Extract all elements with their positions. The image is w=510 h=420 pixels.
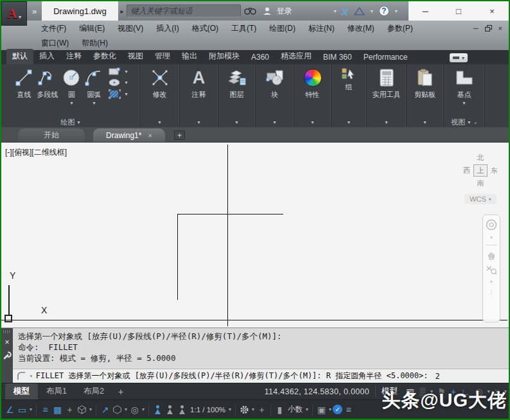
doc-minimize-button[interactable]: ─ [473, 25, 479, 32]
ribbon-tab-bim360[interactable]: BIM 360 [317, 51, 358, 64]
wcs-dropdown[interactable]: WCS ▾ [464, 194, 497, 204]
drawn-line-horizontal[interactable] [177, 214, 283, 214]
ellipse-button[interactable]: ▾ [109, 78, 127, 87]
navbar-menu-icon[interactable]: ⋮ [489, 289, 495, 295]
pan-hand-icon[interactable] [486, 250, 497, 260]
file-tab-close-icon[interactable]: × [148, 132, 152, 139]
lineweight-icon[interactable]: ≡ [39, 405, 51, 415]
ribbon-tab-parametric[interactable]: 参数化 [87, 49, 122, 64]
drawn-line-vertical[interactable] [177, 214, 178, 300]
layout-tab-layout2[interactable]: 布局2 [75, 383, 112, 399]
lock-ui-dropdown[interactable]: ▾ [328, 407, 333, 412]
viewcube-west[interactable]: 西 [463, 166, 470, 175]
command-input-line[interactable]: ▾ FILLET 选择第一个对象或 [放弃(U)/多段线(P)/半径(R)/修剪… [13, 369, 509, 383]
file-tab-start[interactable]: 开始 [18, 128, 85, 142]
drawn-line-horizontal-long[interactable] [1, 320, 507, 320]
search-icon[interactable] [241, 1, 259, 21]
gear-icon[interactable] [238, 405, 251, 415]
scale-dropdown[interactable]: ▾ [227, 407, 233, 412]
ribbon-tab-view[interactable]: 视图 [122, 49, 149, 64]
hatch-grid-icon[interactable]: ▦ [51, 405, 64, 415]
ribbon-tab-insert[interactable]: 插入 [33, 49, 60, 64]
circle-button[interactable]: 圆 ▾ [60, 66, 83, 107]
ribbon-tab-manage[interactable]: 管理 [149, 49, 176, 64]
units-value[interactable]: 小数 [286, 405, 304, 414]
modify-button[interactable]: 修改 [148, 66, 171, 101]
utilities-button[interactable]: 实用工具 [371, 66, 403, 101]
viewport-controls-label[interactable]: [-][俯视][二维线框] [5, 147, 67, 158]
menu-tools[interactable]: 工具(T) [225, 22, 263, 35]
ribbon-tab-addins[interactable]: 附加模块 [203, 49, 245, 64]
gizmo-dropdown[interactable]: ▾ [141, 407, 146, 412]
menu-dimension[interactable]: 标注(N) [302, 22, 341, 35]
polyline-button[interactable]: 多段线 [35, 66, 60, 107]
menu-help[interactable]: 帮助(H) [75, 37, 114, 50]
qat-overflow-button[interactable]: » [30, 6, 42, 16]
doc-title-dropdown[interactable]: ▸ [118, 8, 127, 15]
signin-dropdown[interactable]: ▾ [331, 8, 339, 14]
rectangle-button[interactable]: ▾ [109, 67, 127, 76]
selection-dropdown[interactable]: ▾ [123, 407, 128, 412]
ribbon-tab-output[interactable]: 输出 [176, 49, 203, 64]
command-window-grip[interactable]: × [1, 328, 13, 383]
doc-close-button[interactable]: × [498, 25, 502, 32]
a360-dropdown[interactable]: ▾ [368, 8, 376, 14]
basepoint-button[interactable]: 基点 ▾ [453, 66, 476, 107]
object-snap-cube-icon[interactable]: + [64, 405, 76, 415]
menu-edit[interactable]: 编辑(E) [73, 22, 111, 35]
clipboard-button[interactable]: 剪贴板 [412, 66, 437, 101]
file-tab-drawing1[interactable]: Drawing1* × [93, 128, 165, 142]
customize-wrench-icon[interactable] [3, 351, 12, 360]
clipboard-panel-footer[interactable]: ▾ [407, 118, 443, 127]
ribbon-tab-home[interactable]: 默认 [6, 49, 33, 64]
draw-panel-footer[interactable]: 绘图 ▾ [1, 118, 139, 127]
annotation-scale-value[interactable]: 1:1 / 100% [188, 406, 227, 414]
drawn-line-vertical-long[interactable] [227, 144, 228, 326]
line-button[interactable]: 直线 [13, 66, 35, 107]
exchange-apps-icon[interactable]: X [339, 6, 351, 17]
properties-button[interactable]: 特性 [302, 66, 324, 101]
3d-object-snap-icon[interactable] [76, 404, 88, 415]
workspace-dropdown[interactable]: ▾ [251, 407, 256, 412]
layout-tab-model[interactable]: 模型 [5, 383, 38, 399]
modify-panel-footer[interactable]: ▾ [140, 118, 179, 127]
utilities-panel-footer[interactable]: ▾ [367, 118, 406, 127]
block-panel-footer[interactable]: ▾ [256, 118, 294, 127]
new-drawing-button[interactable]: + [174, 130, 185, 140]
annotate-button[interactable]: A 注释 [190, 66, 208, 101]
autoscale-icon[interactable] [164, 405, 176, 415]
app-menu-button[interactable]: A ▾ [1, 1, 27, 26]
snap-mode-dropdown[interactable]: ▾ [28, 407, 33, 412]
drawing-canvas[interactable]: [-][俯视][二维线框] Y X 北 西 上 东 南 WCS ▾ [1, 143, 509, 328]
window-maximize-button[interactable]: □ [442, 1, 475, 21]
window-minimize-button[interactable]: ─ [409, 1, 442, 21]
group-button[interactable]: 组 [340, 66, 358, 93]
view-panel-footer[interactable]: 视图 ▾ ⌄ [444, 118, 484, 127]
menu-file[interactable]: 文件(F) [35, 22, 73, 35]
viewcube-east[interactable]: 东 [491, 166, 498, 175]
command-history[interactable]: 选择第一个对象或 [放弃(U)/多段线(P)/半径(R)/修剪(T)/多个(M)… [13, 328, 509, 369]
help-icon[interactable]: ? [376, 1, 392, 21]
block-button[interactable]: 块 [263, 66, 286, 101]
units-ruler-icon[interactable]: ▮ [274, 405, 286, 415]
ribbon-tab-featured-apps[interactable]: 精选应用 [275, 49, 317, 64]
window-close-button[interactable]: × [475, 1, 509, 21]
hatch-button[interactable]: ▾ [109, 89, 127, 99]
dynamic-ucs-icon[interactable]: ↗ [99, 405, 111, 415]
annotation-scale-icon[interactable] [176, 405, 188, 415]
chevron-down-icon[interactable]: ▾ [490, 235, 493, 240]
3dosnap-dropdown[interactable]: ▾ [88, 407, 93, 412]
selection-cycling-cube-icon[interactable] [111, 404, 123, 415]
ribbon-collapse-button[interactable]: ▾ [450, 53, 468, 62]
annotate-panel-footer[interactable]: ▾ [180, 118, 218, 127]
new-layout-button[interactable]: + [112, 387, 129, 397]
customization-menu-icon[interactable]: ≡ [342, 405, 355, 415]
group-panel-footer[interactable]: ▾ [331, 118, 366, 127]
plus-icon[interactable]: + [256, 405, 268, 415]
viewcube-south[interactable]: 南 [456, 179, 505, 188]
units-dropdown[interactable]: ▾ [304, 407, 310, 412]
properties-panel-footer[interactable]: ▾ [294, 118, 331, 127]
search-input[interactable]: 键入关键字或短语 [127, 4, 241, 17]
viewcube-top[interactable]: 上 [473, 164, 488, 177]
steering-wheel-icon[interactable] [486, 219, 497, 231]
